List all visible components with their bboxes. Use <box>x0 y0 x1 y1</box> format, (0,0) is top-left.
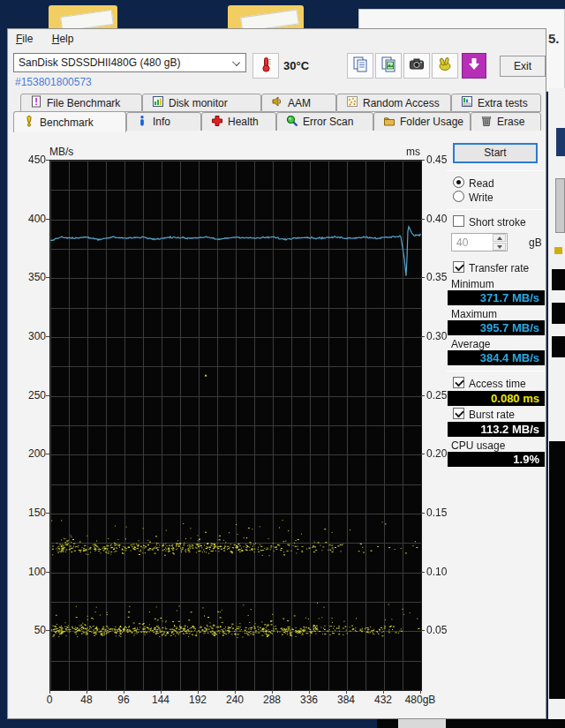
y-axis-tick-label: 250 <box>15 389 46 402</box>
y-axis-tick-mark <box>46 336 49 337</box>
y-axis-tick-mark <box>46 454 49 454</box>
triangle-down-icon <box>497 245 502 249</box>
average-label: Average <box>451 338 490 350</box>
x-axis-tick-label: 48 <box>69 694 104 706</box>
background-fragment <box>556 128 565 156</box>
right-axis-tick-label: 0.25 <box>426 389 447 402</box>
right-axis-tick-label: 0.15 <box>426 507 447 519</box>
cpu-usage-value: 1.9% <box>448 452 545 467</box>
menu-bar: File Help <box>8 29 546 49</box>
maximum-value: 395.7 MB/s <box>448 320 545 335</box>
access-time-value: 0.080 ms <box>448 391 545 406</box>
short-stroke-value: 40 <box>456 236 468 249</box>
read-radio[interactable] <box>453 176 464 188</box>
access-time-checkbox[interactable] <box>453 377 464 388</box>
tab-random-access[interactable]: Random Access <box>336 94 451 112</box>
background-fragment <box>398 719 446 728</box>
x-axis-tick-mark <box>272 690 273 694</box>
y-axis-tick-label: 300 <box>15 330 46 342</box>
x-axis-tick-mark <box>87 690 87 694</box>
background-fragment <box>446 719 565 728</box>
x-axis-tick-label: 288 <box>254 694 290 706</box>
tab-error-scan[interactable]: Error Scan <box>276 112 373 131</box>
screenshot-button[interactable] <box>403 53 430 79</box>
right-axis-tick-label: 0.20 <box>426 447 447 460</box>
exit-button[interactable]: Exit <box>500 56 546 77</box>
background-fragment <box>552 336 565 357</box>
support-button[interactable] <box>432 53 458 79</box>
chevron-down-icon <box>232 58 240 66</box>
start-button[interactable]: Start <box>453 143 538 163</box>
y-axis-tick-label: 200 <box>15 447 46 460</box>
y-axis-tick-mark <box>46 160 49 161</box>
tab-health[interactable]: Health <box>201 112 276 131</box>
separator <box>447 209 545 210</box>
tab-benchmark[interactable]: Benchmark <box>13 111 126 132</box>
spinner-down-button[interactable] <box>493 243 506 251</box>
write-radio-label: Write <box>469 191 493 204</box>
tab-folder-usage[interactable]: Folder Usage <box>373 112 471 131</box>
right-axis-tick-mark <box>421 336 425 337</box>
device-select[interactable]: SanDisk SDSSDHII480G (480 gB) <box>13 53 246 72</box>
tab-disk-monitor[interactable]: Disk monitor <box>142 94 261 112</box>
maximum-label: Maximum <box>451 308 497 320</box>
tab-label: Benchmark <box>40 116 94 129</box>
copy-text-button[interactable] <box>347 53 373 79</box>
right-axis-tick-mark <box>421 513 425 514</box>
background-window-strip <box>548 88 565 719</box>
tab-label: Folder Usage <box>400 116 463 128</box>
right-axis-tick-label: 0.10 <box>426 566 447 578</box>
copy-image-button[interactable] <box>375 53 402 79</box>
update-download-button[interactable] <box>462 53 486 79</box>
right-axis-tick-label: 0.05 <box>426 624 447 636</box>
short-stroke-label: Short stroke <box>469 216 526 229</box>
left-axis-unit: MB/s <box>49 146 73 158</box>
background-fragment <box>549 441 565 699</box>
tab-aam[interactable]: AAM <box>261 94 336 112</box>
tab-file-benchmark[interactable]: ! File Benchmark <box>20 94 142 112</box>
right-axis-tick-mark <box>421 572 425 573</box>
tab-extra-tests[interactable]: Extra tests <box>451 94 541 112</box>
x-axis-tick-mark <box>198 690 199 694</box>
trash-icon <box>480 115 493 130</box>
menu-help[interactable]: Help <box>44 29 82 48</box>
tab-info[interactable]: Info <box>126 112 201 131</box>
temperature-button[interactable] <box>252 53 279 79</box>
right-axis-tick-label: 0.30 <box>426 330 447 342</box>
app-window: File Help SanDisk SDSSDHII480G (480 gB) … <box>7 28 546 719</box>
tab-erase[interactable]: Erase <box>471 112 541 131</box>
speaker-icon <box>271 95 283 110</box>
right-axis-tick-mark <box>421 395 425 396</box>
background-window-text: 5. <box>548 31 560 46</box>
tab-label: Extra tests <box>478 97 528 109</box>
x-axis-tick-mark <box>161 690 162 694</box>
right-axis-tick-mark <box>421 277 425 278</box>
random-access-icon <box>346 95 358 110</box>
benchmark-chart-canvas <box>49 160 422 691</box>
background-fragment <box>555 178 565 233</box>
tab-label: Random Access <box>363 97 440 109</box>
y-axis-tick-label: 150 <box>15 507 46 519</box>
x-axis-tick-mark <box>420 690 421 694</box>
right-axis-tick-mark <box>421 160 425 161</box>
minimum-label: Minimum <box>451 278 494 290</box>
short-stroke-unit: gB <box>529 236 542 249</box>
short-stroke-checkbox[interactable] <box>453 215 464 227</box>
x-axis-tick-label: 96 <box>106 694 141 706</box>
spinner-up-button[interactable] <box>493 234 506 242</box>
background-fragment <box>552 303 565 324</box>
transfer-rate-checkbox[interactable] <box>453 261 464 273</box>
right-axis-tick-label: 0.40 <box>426 213 447 225</box>
y-axis-tick-label: 350 <box>15 271 46 283</box>
y-axis-tick-mark <box>46 630 49 631</box>
separator <box>447 371 545 372</box>
x-axis-tick-mark <box>346 690 347 694</box>
burst-rate-checkbox[interactable] <box>453 408 464 419</box>
write-radio[interactable] <box>453 191 464 202</box>
menu-file[interactable]: File <box>8 29 41 48</box>
short-stroke-spinner[interactable]: 40 <box>451 233 508 251</box>
access-time-label: Access time <box>469 378 526 390</box>
read-radio-label: Read <box>469 177 494 190</box>
burst-rate-value: 113.2 MB/s <box>448 422 545 437</box>
desktop-folder-icon <box>49 5 117 28</box>
